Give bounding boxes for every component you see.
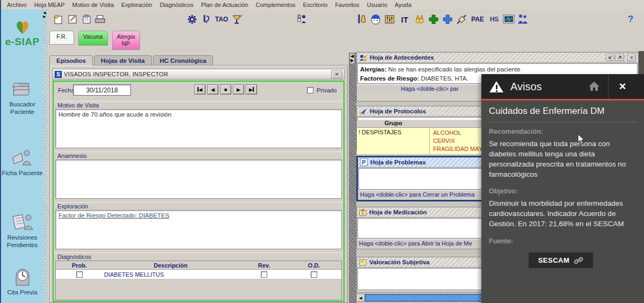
menu-motivo-visita[interactable]: Motivo de Visita: [69, 1, 118, 9]
menu-plan-actuacion[interactable]: Plan de Actuación: [197, 1, 252, 9]
menu-hoja-meap[interactable]: Hoja MEAP: [31, 1, 69, 9]
toolbar: TAO IT: [47, 9, 644, 30]
fecha-label: Fecha: [58, 87, 75, 93]
last-record-button[interactable]: ▶: [246, 84, 257, 95]
it-button[interactable]: IT: [397, 13, 413, 26]
menu-complementos[interactable]: Complementos: [252, 1, 299, 9]
od-checkbox[interactable]: [290, 271, 338, 278]
blue-cross-icon[interactable]: [441, 13, 455, 26]
privado-label: Privado: [317, 87, 336, 93]
tab-vacuna[interactable]: Vacuna: [78, 31, 108, 46]
sidebar-item-revisiones-pendientes[interactable]: Revisiones Pendientes: [1, 212, 43, 249]
sidebar-item-buscador-paciente[interactable]: Buscador Paciente: [1, 79, 43, 116]
abacus-icon[interactable]: [383, 13, 397, 26]
tao-label: TAO: [215, 16, 228, 23]
tab-hojas-de-visita[interactable]: Hojas de Visita: [94, 55, 152, 66]
main-right-splitter[interactable]: ◀▶: [349, 53, 356, 303]
splitter-collapse-arrows-icon[interactable]: ◀▶: [350, 54, 354, 63]
tao-button[interactable]: TAO: [213, 13, 230, 26]
table-row[interactable]: DIABETES MELLITUS: [56, 270, 341, 279]
home-icon[interactable]: [588, 80, 601, 93]
antecedentes-titlebar[interactable]: Hoja de Antecedentes ×: [357, 53, 638, 63]
avisos-overlay-panel: Avisos × Cuidados de Enfermería DM Recom…: [481, 74, 644, 303]
menu-favoritos[interactable]: Favoritos: [331, 1, 363, 9]
green-cross-icon[interactable]: [427, 13, 441, 26]
diagnosis-description: DIABETES MELLITUS: [103, 271, 238, 278]
menu-archivo[interactable]: Archivo: [3, 1, 31, 9]
problemas-title: Hoja de Problemas: [370, 159, 426, 165]
avisos-header: Avisos ×: [481, 74, 644, 99]
thermometer-icon[interactable]: [199, 13, 213, 26]
alergias-text: No se han especificado las alergias del …: [388, 66, 520, 73]
fecha-input[interactable]: [73, 84, 131, 96]
lab-icon[interactable]: [355, 13, 369, 26]
first-record-button[interactable]: ◀: [194, 84, 206, 95]
patient-list-icon[interactable]: [295, 13, 309, 26]
visados-window-title: VISADOS INSPECTOR, INSPECTOR: [64, 71, 331, 77]
hs-button[interactable]: HS: [487, 13, 502, 26]
splitter-collapse-arrows-icon[interactable]: ◀▶: [42, 11, 47, 18]
sescam-source-button[interactable]: SESCAM: [529, 252, 593, 268]
it-label: IT: [401, 15, 408, 24]
help-button[interactable]: ?: [624, 13, 638, 26]
clipboard-icon[interactable]: [79, 13, 93, 26]
diagnosticos-table: Prob. Descripción Rev. O.D. DIABETES MEL…: [55, 261, 342, 300]
next-record-button[interactable]: ▶: [233, 84, 244, 95]
antecedentes-maximize-button[interactable]: [616, 54, 624, 61]
rev-checkbox[interactable]: [238, 271, 290, 278]
main-tab-strip: Episodios Hojas de Visita HC Cronológica: [49, 54, 214, 66]
tab-hc-cronologica[interactable]: HC Cronológica: [153, 55, 214, 66]
anamnesis-textarea[interactable]: [55, 160, 342, 199]
monitor-icon[interactable]: [502, 13, 516, 26]
esiap-logo: e-SIAP: [1, 19, 43, 48]
alergias-label: Alergias:: [360, 66, 386, 73]
sidebar-splitter[interactable]: ◀▶: [42, 9, 47, 303]
diagnosticos-section-header: Diagnósticos: [55, 252, 342, 260]
tab-alergia-np[interactable]: Alergia NP: [112, 31, 140, 50]
privado-checkbox[interactable]: [307, 86, 313, 93]
sidebar-item-ficha-paciente[interactable]: Ficha Paciente: [1, 148, 43, 177]
sidebar-item-cita-previa[interactable]: Cita Previa: [1, 266, 43, 296]
menu-escritorio[interactable]: Escritorio: [299, 1, 332, 9]
motivo-textarea[interactable]: Hombre de 70 años que acude a revisión: [55, 109, 342, 148]
antecedentes-dock-button[interactable]: [606, 54, 614, 61]
recomendacion-text: Se recomienda que toda persona con diabe…: [489, 139, 636, 180]
visados-window-titlebar[interactable]: S VISADOS INSPECTOR, INSPECTOR ×: [53, 69, 345, 80]
prob-checkbox[interactable]: [56, 271, 103, 278]
visados-close-button[interactable]: ×: [331, 70, 342, 78]
tab-fr[interactable]: F.R.: [49, 31, 74, 45]
pae-button[interactable]: PAE: [469, 13, 487, 26]
motivo-text: Hombre de 70 años que acude a revisión: [58, 111, 171, 118]
flower-icon[interactable]: [185, 13, 199, 26]
document-person-icon: [11, 212, 34, 232]
scroll-left-button[interactable]: ◀: [357, 294, 365, 301]
aviso-card-title: Cuidados de Enfermería DM: [489, 106, 636, 122]
family-icon[interactable]: [516, 13, 530, 26]
exploracion-textarea[interactable]: Factor de Riesgo Detectado: DIABETES: [55, 210, 342, 249]
medal-icon[interactable]: [413, 13, 427, 26]
edit-note-icon[interactable]: [65, 13, 79, 26]
avisos-close-button[interactable]: ×: [609, 74, 636, 99]
print-icon[interactable]: [93, 13, 107, 26]
face-icon[interactable]: [369, 13, 383, 26]
stop-record-button[interactable]: ■: [220, 84, 231, 95]
card-person-icon: [11, 148, 34, 167]
factor-riesgo-link[interactable]: Factor de Riesgo Detectado: DIABETES: [58, 212, 169, 219]
problemas-icon: P: [360, 158, 368, 166]
menu-ayuda[interactable]: Ayuda: [391, 1, 415, 9]
objetivo-text: Disminuir la morbilidad por enfermedades…: [489, 198, 636, 229]
motivo-label: Motivo de Visita: [57, 102, 99, 109]
col-grupo: Grupo: [357, 120, 430, 127]
recomendacion-label: Recomendación:: [489, 128, 636, 135]
warning-icon: [489, 80, 504, 93]
tab-episodios[interactable]: Episodios: [49, 55, 93, 66]
sidebar-item-label: Cita Previa: [7, 289, 37, 295]
syringe-icon[interactable]: [455, 13, 469, 26]
menu-usuario[interactable]: Usuario: [363, 1, 391, 9]
previous-record-button[interactable]: ◀: [207, 84, 218, 95]
new-visit-icon[interactable]: [52, 13, 65, 26]
menu-diagnosticos[interactable]: Diagnósticos: [156, 1, 197, 9]
antecedentes-close-button[interactable]: ×: [627, 54, 636, 61]
wine-glass-icon[interactable]: [230, 13, 244, 26]
menu-exploracion[interactable]: Exploración: [118, 1, 156, 9]
